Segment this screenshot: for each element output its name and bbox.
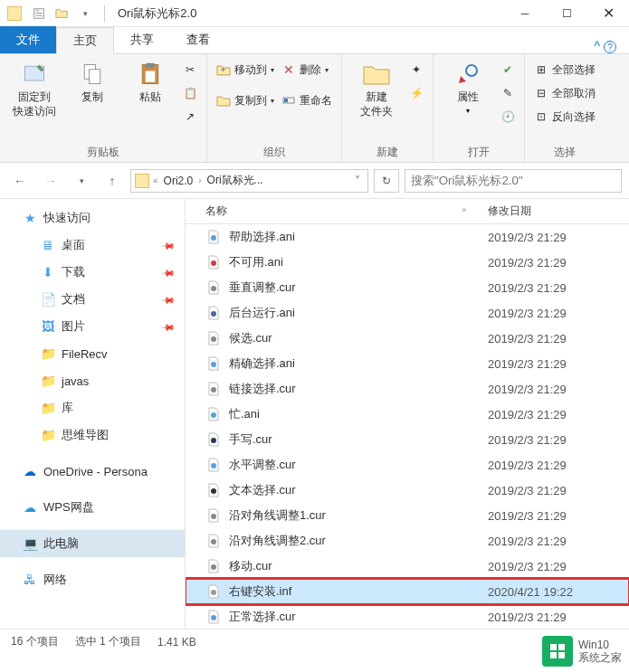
- svg-rect-6: [90, 70, 100, 84]
- file-icon: [205, 381, 222, 397]
- clipboard-group-label: 剪贴板: [9, 141, 197, 160]
- move-to-button[interactable]: 移动到 ▾: [216, 60, 274, 80]
- new-item-button[interactable]: ✦: [409, 60, 424, 80]
- sidebar-item-filerecv[interactable]: 📁FileRecv: [0, 340, 185, 367]
- minimize-button[interactable]: ─: [504, 0, 546, 27]
- sidebar-item-thispc[interactable]: 💻此电脑: [0, 530, 185, 557]
- file-name: 帮助选择.ani: [229, 229, 295, 245]
- file-row[interactable]: 精确选择.ani 2019/2/3 21:29: [186, 351, 629, 376]
- folder-icon: 📁: [40, 427, 56, 443]
- watermark: Win10系统之家: [542, 636, 622, 667]
- status-size: 1.41 KB: [157, 636, 196, 648]
- cut-icon: ✂: [183, 62, 197, 77]
- select-none-button[interactable]: ⊟全部取消: [534, 83, 596, 103]
- addr-chevron[interactable]: ›: [198, 175, 201, 185]
- new-folder-button[interactable]: 新建 文件夹: [351, 60, 402, 118]
- close-button[interactable]: ✕: [587, 0, 629, 27]
- copy-icon: [78, 60, 107, 89]
- qat-new-folder[interactable]: [52, 4, 71, 24]
- file-icon: [205, 533, 222, 549]
- file-row[interactable]: 文本选择.cur 2019/2/3 21:29: [186, 478, 629, 503]
- shortcut-icon: ↗: [183, 109, 197, 124]
- file-row[interactable]: 沿对角线调整2.cur 2019/2/3 21:29: [186, 528, 629, 554]
- cut-button[interactable]: ✂: [183, 60, 197, 80]
- refresh-button[interactable]: ↻: [374, 169, 399, 193]
- search-input[interactable]: [405, 169, 622, 193]
- file-row[interactable]: 垂直调整.cur 2019/2/3 21:29: [186, 275, 629, 300]
- pin-label: 固定到 快速访问: [13, 90, 56, 118]
- address-bar[interactable]: « Ori2.0 › Ori鼠标光... ˅: [130, 169, 368, 193]
- column-date[interactable]: 修改日期: [484, 203, 629, 219]
- window-controls: ─ ☐ ✕: [504, 0, 629, 27]
- file-row[interactable]: 右键安装.inf 2020/4/21 19:22: [186, 579, 629, 604]
- delete-button[interactable]: ✕删除 ▾: [281, 60, 332, 80]
- select-all-button[interactable]: ⊞全部选择: [534, 60, 596, 80]
- edit-button[interactable]: ✎: [500, 83, 515, 103]
- open-button[interactable]: ✔: [500, 60, 515, 80]
- history-button[interactable]: 🕘: [500, 107, 515, 127]
- file-row[interactable]: 忙.ani 2019/2/3 21:29: [186, 402, 629, 427]
- copy-button[interactable]: 复制: [67, 60, 118, 105]
- file-row[interactable]: 沿对角线调整1.cur 2019/2/3 21:29: [186, 503, 629, 528]
- ribbon-help[interactable]: ^ ?: [582, 39, 629, 54]
- invert-selection-button[interactable]: ⊡反向选择: [534, 107, 596, 127]
- file-icon: [205, 457, 222, 473]
- file-name: 垂直调整.cur: [229, 279, 296, 296]
- paste-button[interactable]: 粘贴: [125, 60, 176, 105]
- file-row[interactable]: 正常选择.cur 2019/2/3 21:29: [186, 604, 629, 629]
- file-date: 2019/2/3 21:29: [484, 610, 629, 624]
- back-button[interactable]: ←: [7, 168, 33, 194]
- tab-share[interactable]: 共享: [114, 26, 170, 53]
- qat-dropdown[interactable]: ▾: [75, 4, 95, 24]
- tab-home[interactable]: 主页: [56, 27, 114, 54]
- sidebar-item-pictures[interactable]: 🖼图片📌: [0, 313, 185, 340]
- file-row[interactable]: 候选.cur 2019/2/3 21:29: [186, 326, 629, 351]
- addr-dropdown[interactable]: ˅: [351, 175, 364, 187]
- file-icon: [205, 482, 222, 498]
- maximize-button[interactable]: ☐: [546, 0, 587, 27]
- content-area: ★快速访问 🖥桌面📌 ⬇下载📌 📄文档📌 🖼图片📌 📁FileRecv 📁jav…: [0, 199, 629, 629]
- svg-rect-11: [284, 99, 288, 102]
- forward-button[interactable]: →: [38, 168, 63, 194]
- column-name[interactable]: 名称 ^: [186, 203, 484, 219]
- easy-access-button[interactable]: ⚡: [409, 83, 424, 103]
- recent-dropdown[interactable]: ▾: [69, 168, 94, 194]
- select-group-label: 选择: [534, 141, 596, 160]
- sidebar-item-mindmap[interactable]: 📁思维导图: [0, 421, 185, 449]
- file-row[interactable]: 水平调整.cur 2019/2/3 21:29: [186, 452, 629, 478]
- pc-icon: 💻: [22, 535, 38, 552]
- sidebar-item-network[interactable]: 🖧网络: [0, 566, 185, 593]
- ribbon-group-open: 属性 ▾ ✔ ✎ 🕘 打开: [434, 54, 525, 162]
- paste-shortcut-button[interactable]: ↗: [183, 107, 197, 127]
- rename-button[interactable]: 重命名: [281, 90, 332, 110]
- sidebar-item-desktop[interactable]: 🖥桌面📌: [0, 232, 185, 259]
- qat-properties[interactable]: [29, 4, 49, 24]
- sidebar-item-onedrive[interactable]: ☁OneDrive - Persona: [0, 458, 185, 485]
- tab-view[interactable]: 查看: [170, 26, 226, 53]
- file-row[interactable]: 帮助选择.ani 2019/2/3 21:29: [186, 224, 629, 250]
- up-button[interactable]: ↑: [100, 168, 125, 194]
- properties-icon: [453, 60, 482, 89]
- sidebar-item-libraries[interactable]: 📁库: [0, 394, 185, 421]
- addr-seg-1[interactable]: Ori2.0: [162, 175, 195, 187]
- sidebar-item-quick-access[interactable]: ★快速访问: [0, 204, 185, 232]
- file-row[interactable]: 移动.cur 2019/2/3 21:29: [186, 554, 629, 579]
- svg-point-22: [211, 463, 216, 469]
- properties-button[interactable]: 属性 ▾: [443, 60, 493, 115]
- sidebar-item-wps[interactable]: ☁WPS网盘: [0, 494, 185, 521]
- copy-to-button[interactable]: 复制到 ▾: [216, 90, 274, 110]
- file-row[interactable]: 不可用.ani 2019/2/3 21:29: [186, 250, 629, 275]
- addr-seg-2[interactable]: Ori鼠标光...: [205, 173, 265, 188]
- tab-file[interactable]: 文件: [0, 26, 56, 53]
- sidebar-item-documents[interactable]: 📄文档📌: [0, 286, 185, 313]
- sidebar-item-downloads[interactable]: ⬇下载📌: [0, 259, 185, 286]
- file-date: 2019/2/3 21:29: [484, 484, 629, 497]
- organize-group-label: 组织: [216, 141, 332, 160]
- copyto-icon: [216, 93, 231, 108]
- pin-to-quick-access-button[interactable]: 固定到 快速访问: [9, 60, 60, 118]
- file-row[interactable]: 后台运行.ani 2019/2/3 21:29: [186, 300, 629, 326]
- file-row[interactable]: 手写.cur 2019/2/3 21:29: [186, 427, 629, 452]
- file-row[interactable]: 链接选择.cur 2019/2/3 21:29: [186, 376, 629, 402]
- sidebar-item-javas[interactable]: 📁javas: [0, 367, 185, 394]
- copy-path-button[interactable]: 📋: [183, 83, 197, 103]
